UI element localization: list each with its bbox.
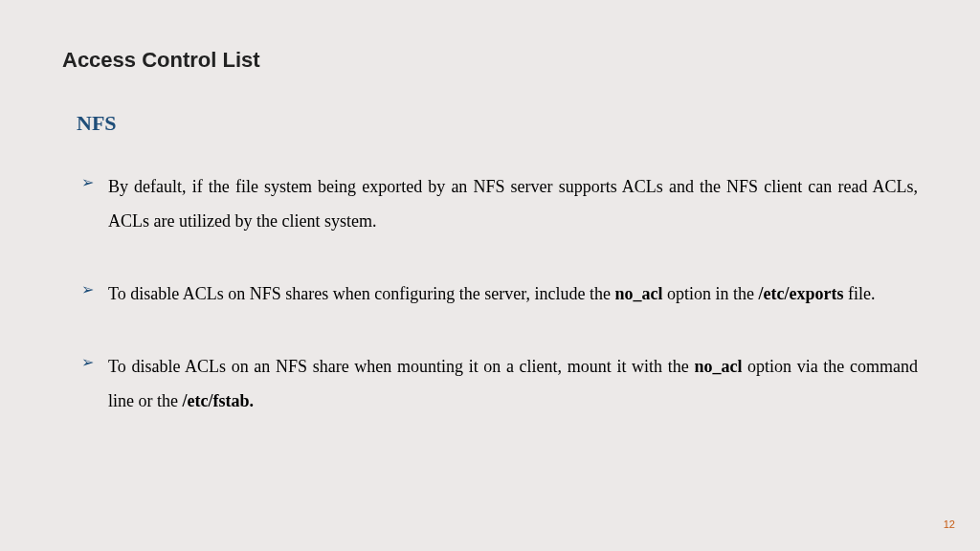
text-bold: /etc/fstab. [182,391,253,410]
text-bold: no_acl [694,357,742,376]
text-bold: no_acl [614,284,662,303]
text-segment: By default, if the file system being exp… [108,177,918,231]
page-title: Access Control List [62,48,918,73]
bullet-list: ➢ By default, if the file system being e… [62,169,918,418]
bullet-text: To disable ACLs on NFS shares when confi… [108,276,875,311]
text-segment: option in the [662,284,758,303]
bullet-text: To disable ACLs on an NFS share when mou… [108,349,918,418]
section-heading: NFS [77,111,918,136]
list-item: ➢ To disable ACLs on NFS shares when con… [81,276,918,311]
page-number: 12 [944,518,955,530]
list-item: ➢ To disable ACLs on an NFS share when m… [81,349,918,418]
list-item: ➢ By default, if the file system being e… [81,169,918,238]
text-segment: To disable ACLs on NFS shares when confi… [108,284,614,303]
text-segment: To disable ACLs on an NFS share when mou… [108,357,694,376]
chevron-right-icon: ➢ [81,349,94,377]
chevron-right-icon: ➢ [81,169,94,197]
text-bold: /etc/exports [758,284,843,303]
text-segment: file. [843,284,875,303]
chevron-right-icon: ➢ [81,276,94,304]
bullet-text: By default, if the file system being exp… [108,169,918,238]
